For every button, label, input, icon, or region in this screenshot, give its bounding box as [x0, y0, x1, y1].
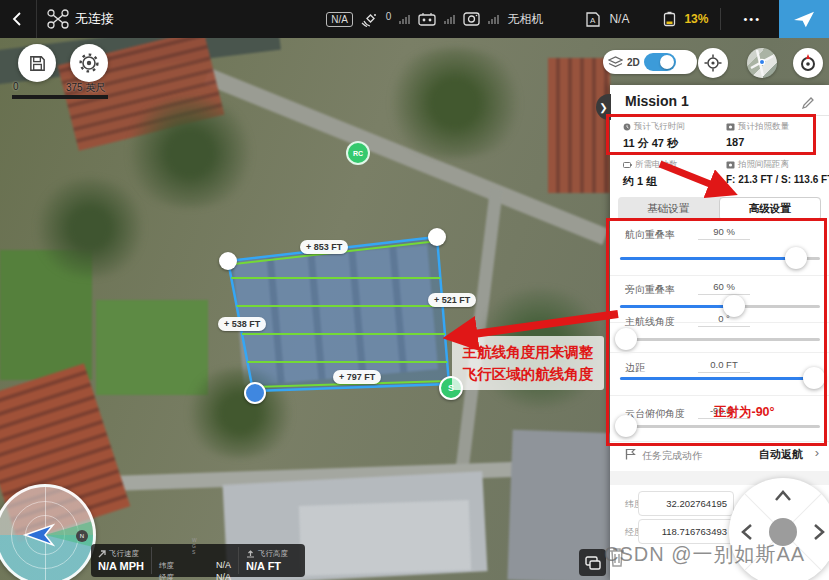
divider	[610, 441, 829, 442]
nudge-up-icon	[776, 492, 790, 500]
route-angle-value-field[interactable]: 0 °	[698, 313, 750, 327]
edit-mission-name-button[interactable]	[802, 95, 815, 113]
lng-label: 经度	[159, 573, 174, 580]
aircraft-status-group[interactable]: 无连接	[37, 9, 124, 29]
map-tree-cluster	[380, 48, 530, 158]
finish-action-value[interactable]: 自动返航	[759, 447, 803, 462]
lat-value: N/A	[216, 560, 231, 570]
divider	[610, 352, 829, 353]
latitude-field[interactable]: 32.202764195	[638, 491, 734, 516]
nudge-right-icon	[815, 525, 823, 539]
stat-battery-count: 所需电池数 约 1 组	[623, 159, 728, 189]
polygon-vertex-handle[interactable]	[219, 252, 237, 270]
map-scale-bar	[12, 95, 108, 99]
slider-thumb[interactable]	[803, 367, 825, 389]
slider-label-side-overlap: 旁向重叠率	[625, 283, 675, 297]
map-2d-toggle[interactable]	[644, 53, 676, 71]
divider	[610, 275, 829, 276]
tab-advanced-settings[interactable]: 高级设置	[719, 197, 822, 221]
rc-marker-label: RC	[353, 150, 363, 157]
route-angle-slider[interactable]	[620, 338, 820, 341]
polygon-vertex-handle[interactable]	[428, 228, 446, 246]
stat-label: 预计拍照数量	[738, 121, 789, 133]
takeoff-button[interactable]	[779, 0, 829, 38]
telemetry-na-badge: N/A	[326, 12, 353, 27]
slider-thumb[interactable]	[615, 328, 637, 350]
connection-status: 无连接	[75, 10, 114, 28]
slider-label-route-angle: 主航线角度	[625, 315, 675, 329]
mission-settings-panel: Mission 1 预计飞行时间 11 分 47 秒 预计拍照数量 187 所需…	[610, 85, 829, 580]
datum-label: WGS	[192, 538, 198, 555]
telemetry-statusbar: 飞行速度 N/A MPH WGS 纬度N/A 经度N/A 飞行高度 N/A FT	[91, 544, 305, 577]
edge-length-label-top[interactable]: + 853 FT	[300, 240, 348, 254]
side-overlap-value-field[interactable]: 60 %	[698, 281, 750, 295]
back-button[interactable]	[0, 0, 37, 38]
save-mission-button[interactable]	[18, 44, 56, 82]
camera-map-switch-button[interactable]	[579, 549, 606, 576]
speed-arrow-icon	[98, 550, 106, 558]
stat-value: F: 21.3 FT / S: 113.6 FT	[726, 174, 829, 185]
edge-length-label-left[interactable]: + 538 FT	[218, 317, 266, 331]
rc-home-marker: RC	[346, 141, 370, 165]
margin-value-field[interactable]: 0.0 FT	[698, 359, 750, 373]
layers-icon	[585, 556, 601, 570]
mission-settings-button[interactable]	[70, 44, 108, 82]
satellite-count: 0	[386, 11, 392, 22]
margin-slider[interactable]	[620, 377, 820, 380]
map-scale-start: 0	[13, 81, 19, 92]
gimbal-pitch-slider[interactable]	[620, 425, 820, 428]
lat-label: 纬度	[159, 561, 174, 571]
finish-action-label: 任务完成动作	[642, 449, 702, 463]
gps-section: WGS 纬度N/A 经度N/A	[152, 544, 238, 577]
mission-title: Mission 1	[625, 93, 689, 109]
stat-flight-time: 预计飞行时间 11 分 47 秒	[623, 121, 728, 151]
topbar-divider	[720, 8, 721, 30]
map-tree-cluster	[180, 368, 300, 458]
slider-thumb[interactable]	[615, 415, 637, 437]
flag-icon	[625, 448, 636, 460]
gimbal-note-annotation: 正射为-90°	[714, 404, 775, 421]
map-mode-label: 2D	[627, 57, 640, 68]
nudge-left-icon	[743, 525, 751, 539]
watermark-text: CSDN @一别如斯AA	[604, 541, 805, 568]
stat-value: 187	[726, 136, 829, 148]
battery-percent: 13%	[684, 12, 708, 26]
top-status-bar: 无连接 N/A 0 无相机 A N/A	[0, 0, 829, 38]
map-terrain-patch	[548, 58, 610, 193]
side-overlap-slider[interactable]	[620, 305, 820, 308]
pencil-icon	[802, 96, 815, 109]
camera-signal-bars	[488, 14, 499, 24]
stat-label: 预计飞行时间	[634, 121, 685, 133]
chevron-right-icon[interactable]: ›	[815, 445, 819, 460]
map-terrain-patch	[299, 500, 471, 576]
altitude-icon	[246, 550, 255, 558]
slider-thumb[interactable]	[785, 247, 807, 269]
battery-icon	[663, 11, 676, 27]
compass-icon	[798, 53, 818, 73]
more-menu-button[interactable]: •••	[733, 13, 771, 25]
route-angle-annotation: 主航线角度用来调整 飞行区域的航线角度	[452, 336, 604, 390]
clock-icon	[623, 123, 631, 131]
tab-basic-settings[interactable]: 基础设置	[618, 197, 719, 221]
altitude-label: 飞行高度	[258, 549, 288, 559]
annotation-line1: 主航线角度用来调整	[463, 341, 594, 363]
map-scale-end: 375 英尺	[66, 81, 105, 95]
minimap-button[interactable]	[747, 48, 777, 78]
front-overlap-slider[interactable]	[620, 257, 820, 260]
front-overlap-value-field[interactable]: 90 %	[698, 226, 750, 240]
photo-icon	[726, 123, 735, 131]
remote-controller-icon	[418, 12, 436, 26]
stat-photo-count: 预计拍照数量 187	[726, 121, 829, 148]
compass-north-badge: N	[76, 530, 88, 542]
back-chevron-icon	[10, 11, 26, 27]
stat-value: 约 1 组	[623, 174, 728, 189]
locate-me-button[interactable]	[698, 48, 728, 78]
edge-length-label-bottom[interactable]: + 797 FT	[333, 370, 381, 384]
drone-icon	[47, 9, 69, 29]
edge-length-label-right[interactable]: + 521 FT	[428, 293, 476, 307]
compass-reset-button[interactable]	[793, 48, 823, 78]
toggle-knob	[660, 55, 674, 69]
satellite-icon	[361, 12, 378, 27]
polygon-vertex-handle-selected[interactable]	[244, 382, 266, 404]
altitude-section: 飞行高度 N/A FT	[239, 544, 295, 577]
